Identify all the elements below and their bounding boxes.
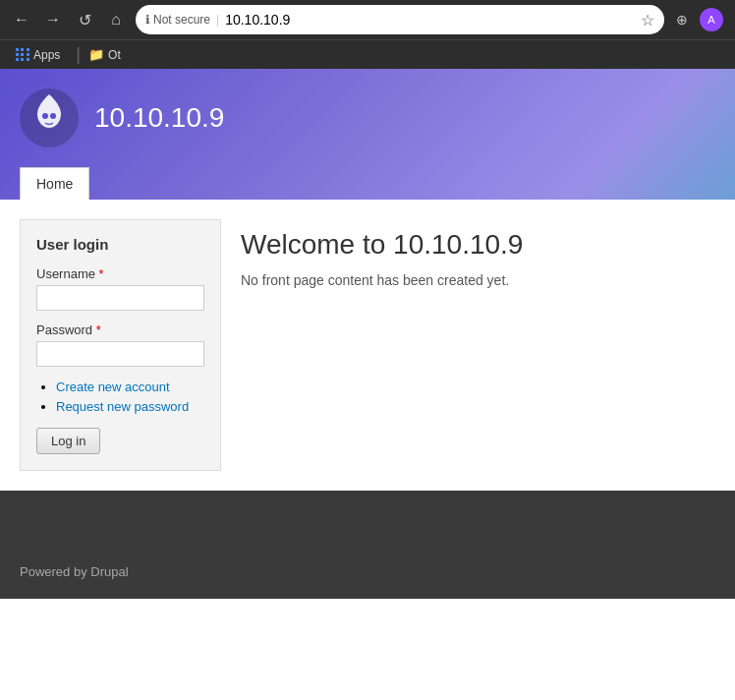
login-links: Create new account Request new password	[36, 379, 204, 414]
login-box-title: User login	[36, 236, 204, 253]
username-input[interactable]	[36, 285, 204, 311]
apps-label: Apps	[33, 48, 60, 62]
main-layout: User login Username * Password *	[0, 200, 735, 491]
site-header: 10.10.10.9 Home	[0, 69, 735, 200]
address-bar[interactable]: ℹ Not secure | 10.10.10.9 ☆	[136, 5, 664, 34]
username-required: *	[99, 266, 104, 281]
login-box: User login Username * Password *	[20, 219, 221, 471]
password-required: *	[96, 322, 101, 337]
svg-point-2	[50, 113, 56, 119]
drupal-logo-svg	[20, 88, 79, 147]
password-group: Password *	[36, 322, 204, 367]
bookmarks-divider: |	[76, 44, 81, 65]
nav-tabs: Home	[20, 167, 715, 200]
other-bookmarks[interactable]: 📁 Ot	[88, 47, 121, 62]
home-button[interactable]: ⌂	[102, 6, 130, 33]
welcome-message: No front page content has been created y…	[241, 272, 715, 288]
not-secure-indicator: ℹ Not secure	[145, 13, 210, 27]
page-content: 10.10.10.9 Home User login Username *	[0, 69, 735, 700]
username-label: Username *	[36, 266, 204, 281]
info-icon: ℹ	[145, 13, 150, 27]
site-footer: Powered by Drupal	[0, 491, 735, 599]
other-bookmarks-label: Ot	[108, 48, 121, 62]
not-secure-label: Not secure	[153, 13, 210, 27]
profile-avatar: A	[700, 8, 723, 31]
bookmarks-bar: Apps | 📁 Ot	[0, 39, 735, 69]
browser-icons: ⊕ A	[670, 8, 727, 31]
extensions-button[interactable]: ⊕	[670, 8, 694, 31]
profile-button[interactable]: A	[700, 8, 723, 31]
site-title-area: 10.10.10.9	[20, 88, 715, 167]
drupal-link[interactable]: Drupal	[90, 564, 128, 579]
back-button[interactable]: ←	[8, 6, 35, 33]
sidebar: User login Username * Password *	[20, 219, 221, 471]
nav-buttons: ← → ↺ ⌂	[8, 6, 130, 33]
welcome-heading: Welcome to 10.10.10.9	[241, 229, 715, 261]
browser-toolbar: ← → ↺ ⌂ ℹ Not secure | 10.10.10.9 ☆ ⊕ A	[0, 0, 735, 39]
browser-chrome: ← → ↺ ⌂ ℹ Not secure | 10.10.10.9 ☆ ⊕ A	[0, 0, 735, 69]
create-account-item: Create new account	[56, 379, 204, 394]
request-password-item: Request new password	[56, 398, 204, 414]
url-display: 10.10.10.9	[225, 12, 635, 28]
request-password-link[interactable]: Request new password	[56, 399, 189, 414]
powered-by-text: Powered by	[20, 564, 87, 579]
apps-grid-icon	[16, 48, 29, 62]
main-content: Welcome to 10.10.10.9 No front page cont…	[241, 219, 715, 471]
forward-button[interactable]: →	[39, 6, 67, 33]
reload-button[interactable]: ↺	[71, 6, 98, 33]
password-input[interactable]	[36, 341, 204, 367]
bookmark-star-button[interactable]: ☆	[641, 11, 654, 29]
tab-home[interactable]: Home	[20, 167, 89, 200]
login-button[interactable]: Log in	[36, 428, 100, 454]
powered-by: Powered by Drupal	[20, 564, 129, 579]
folder-icon: 📁	[88, 47, 104, 62]
site-logo	[20, 88, 79, 147]
create-account-link[interactable]: Create new account	[56, 379, 170, 394]
apps-bookmark[interactable]: Apps	[8, 45, 68, 65]
username-group: Username *	[36, 266, 204, 311]
svg-point-1	[42, 113, 48, 119]
password-label: Password *	[36, 322, 204, 337]
url-separator: |	[216, 13, 219, 27]
site-title: 10.10.10.9	[94, 102, 224, 134]
